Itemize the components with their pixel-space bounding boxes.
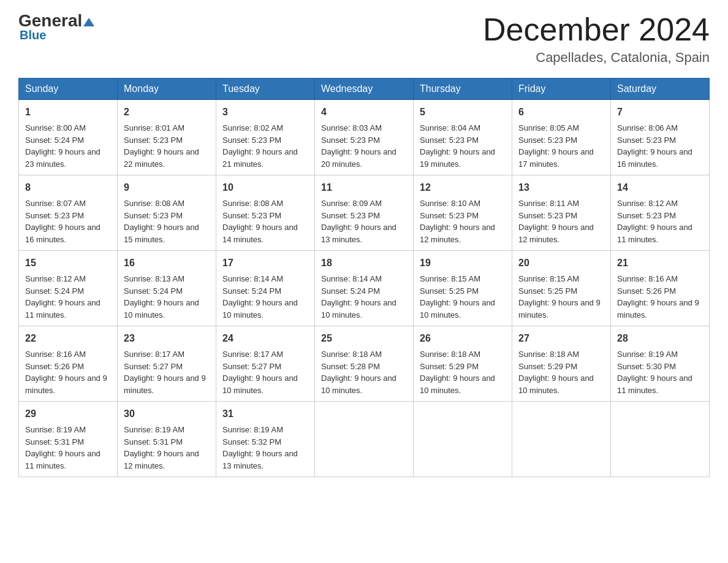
- day-number: 27: [518, 331, 604, 346]
- sunset-text: Sunset: 5:23 PM: [124, 211, 183, 220]
- sunset-text: Sunset: 5:28 PM: [321, 362, 380, 371]
- daylight-text: Daylight: 9 hours and 19 minutes.: [420, 147, 495, 169]
- sunset-text: Sunset: 5:24 PM: [222, 286, 281, 296]
- day-number: 25: [321, 331, 407, 346]
- daylight-text: Daylight: 9 hours and 16 minutes.: [25, 223, 100, 244]
- daylight-text: Daylight: 9 hours and 20 minutes.: [321, 147, 396, 169]
- daylight-text: Daylight: 9 hours and 10 minutes.: [222, 373, 298, 395]
- calendar-cell: 11Sunrise: 8:09 AMSunset: 5:23 PMDayligh…: [315, 175, 414, 251]
- sunrise-text: Sunrise: 8:08 AM: [222, 199, 283, 208]
- week-row-4: 22Sunrise: 8:16 AMSunset: 5:26 PMDayligh…: [19, 326, 710, 402]
- daylight-text: Daylight: 9 hours and 10 minutes.: [420, 373, 495, 395]
- calendar-cell: 25Sunrise: 8:18 AMSunset: 5:28 PMDayligh…: [315, 326, 414, 402]
- day-number: 9: [124, 180, 210, 195]
- daylight-text: Daylight: 9 hours and 13 minutes.: [222, 449, 298, 470]
- daylight-text: Daylight: 9 hours and 12 minutes.: [124, 449, 199, 470]
- calendar-cell: 7Sunrise: 8:06 AMSunset: 5:23 PMDaylight…: [611, 100, 710, 175]
- day-number: 16: [124, 256, 210, 270]
- sunset-text: Sunset: 5:29 PM: [518, 362, 577, 371]
- daylight-text: Daylight: 9 hours and 10 minutes.: [518, 373, 594, 395]
- day-number: 8: [25, 180, 111, 195]
- calendar-cell: 26Sunrise: 8:18 AMSunset: 5:29 PMDayligh…: [414, 326, 512, 402]
- sunset-text: Sunset: 5:27 PM: [222, 362, 281, 371]
- daylight-text: Daylight: 9 hours and 10 minutes.: [420, 298, 495, 320]
- sunrise-text: Sunrise: 8:18 AM: [420, 350, 480, 359]
- calendar-cell: 8Sunrise: 8:07 AMSunset: 5:23 PMDaylight…: [19, 175, 118, 251]
- week-row-2: 8Sunrise: 8:07 AMSunset: 5:23 PMDaylight…: [19, 175, 710, 251]
- calendar-cell: 14Sunrise: 8:12 AMSunset: 5:23 PMDayligh…: [611, 175, 710, 251]
- calendar-cell: 3Sunrise: 8:02 AMSunset: 5:23 PMDaylight…: [216, 100, 315, 175]
- calendar-cell: 17Sunrise: 8:14 AMSunset: 5:24 PMDayligh…: [216, 251, 315, 326]
- daylight-text: Daylight: 9 hours and 10 minutes.: [222, 298, 298, 320]
- daylight-text: Daylight: 9 hours and 9 minutes.: [124, 373, 206, 395]
- daylight-text: Daylight: 9 hours and 23 minutes.: [25, 147, 100, 169]
- daylight-text: Daylight: 9 hours and 10 minutes.: [321, 373, 396, 395]
- daylight-text: Daylight: 9 hours and 14 minutes.: [222, 223, 298, 244]
- day-number: 6: [518, 105, 604, 120]
- calendar-cell: [414, 402, 512, 477]
- daylight-text: Daylight: 9 hours and 9 minutes.: [25, 373, 107, 395]
- sunset-text: Sunset: 5:23 PM: [617, 211, 676, 220]
- calendar-cell: 9Sunrise: 8:08 AMSunset: 5:23 PMDaylight…: [118, 175, 216, 251]
- calendar-cell: 2Sunrise: 8:01 AMSunset: 5:23 PMDaylight…: [118, 100, 216, 175]
- sunset-text: Sunset: 5:27 PM: [124, 362, 183, 371]
- sunset-text: Sunset: 5:31 PM: [124, 437, 183, 446]
- calendar-cell: 27Sunrise: 8:18 AMSunset: 5:29 PMDayligh…: [512, 326, 611, 402]
- day-header-saturday: Saturday: [611, 79, 710, 100]
- calendar-cell: 13Sunrise: 8:11 AMSunset: 5:23 PMDayligh…: [512, 175, 611, 251]
- day-number: 23: [124, 331, 210, 346]
- sunrise-text: Sunrise: 8:18 AM: [518, 350, 579, 359]
- day-number: 15: [25, 256, 111, 270]
- day-header-row: SundayMondayTuesdayWednesdayThursdayFrid…: [19, 79, 710, 100]
- sunset-text: Sunset: 5:32 PM: [222, 437, 281, 446]
- calendar-cell: 12Sunrise: 8:10 AMSunset: 5:23 PMDayligh…: [414, 175, 512, 251]
- daylight-text: Daylight: 9 hours and 9 minutes.: [617, 298, 699, 320]
- sunset-text: Sunset: 5:23 PM: [420, 211, 479, 220]
- calendar-cell: 19Sunrise: 8:15 AMSunset: 5:25 PMDayligh…: [414, 251, 512, 326]
- sunrise-text: Sunrise: 8:19 AM: [617, 350, 678, 359]
- sunrise-text: Sunrise: 8:07 AM: [25, 199, 86, 208]
- daylight-text: Daylight: 9 hours and 12 minutes.: [518, 223, 594, 244]
- sunset-text: Sunset: 5:24 PM: [124, 286, 183, 296]
- daylight-text: Daylight: 9 hours and 15 minutes.: [124, 223, 199, 244]
- sunset-text: Sunset: 5:25 PM: [420, 286, 479, 296]
- day-number: 28: [617, 331, 703, 346]
- day-number: 24: [222, 331, 308, 346]
- sunset-text: Sunset: 5:23 PM: [222, 136, 281, 145]
- sunrise-text: Sunrise: 8:12 AM: [25, 274, 86, 283]
- sunset-text: Sunset: 5:23 PM: [321, 136, 380, 145]
- sunset-text: Sunset: 5:31 PM: [25, 437, 84, 446]
- daylight-text: Daylight: 9 hours and 11 minutes.: [617, 373, 692, 395]
- calendar-cell: [512, 402, 611, 477]
- sunrise-text: Sunrise: 8:00 AM: [25, 123, 86, 132]
- daylight-text: Daylight: 9 hours and 21 minutes.: [222, 147, 298, 169]
- day-number: 20: [518, 256, 604, 270]
- day-number: 4: [321, 105, 407, 120]
- sunrise-text: Sunrise: 8:08 AM: [124, 199, 184, 208]
- daylight-text: Daylight: 9 hours and 17 minutes.: [518, 147, 594, 169]
- day-number: 31: [222, 407, 308, 421]
- sunrise-text: Sunrise: 8:16 AM: [617, 274, 678, 283]
- calendar-cell: [611, 402, 710, 477]
- sunrise-text: Sunrise: 8:13 AM: [124, 274, 184, 283]
- day-header-monday: Monday: [118, 79, 216, 100]
- sunrise-text: Sunrise: 8:17 AM: [124, 350, 184, 359]
- calendar-cell: 4Sunrise: 8:03 AMSunset: 5:23 PMDaylight…: [315, 100, 414, 175]
- daylight-text: Daylight: 9 hours and 11 minutes.: [617, 223, 692, 244]
- sunrise-text: Sunrise: 8:10 AM: [420, 199, 480, 208]
- sunset-text: Sunset: 5:24 PM: [25, 286, 84, 296]
- sunset-text: Sunset: 5:26 PM: [25, 362, 84, 371]
- sunset-text: Sunset: 5:23 PM: [617, 136, 676, 145]
- calendar-cell: 29Sunrise: 8:19 AMSunset: 5:31 PMDayligh…: [19, 402, 118, 477]
- calendar-cell: 6Sunrise: 8:05 AMSunset: 5:23 PMDaylight…: [512, 100, 611, 175]
- sunrise-text: Sunrise: 8:05 AM: [518, 123, 579, 132]
- sunrise-text: Sunrise: 8:15 AM: [518, 274, 579, 283]
- sunrise-text: Sunrise: 8:01 AM: [124, 123, 184, 132]
- sunset-text: Sunset: 5:29 PM: [420, 362, 479, 371]
- sunrise-text: Sunrise: 8:14 AM: [321, 274, 382, 283]
- sunset-text: Sunset: 5:23 PM: [25, 211, 84, 220]
- calendar-cell: 22Sunrise: 8:16 AMSunset: 5:26 PMDayligh…: [19, 326, 118, 402]
- calendar-cell: 5Sunrise: 8:04 AMSunset: 5:23 PMDaylight…: [414, 100, 512, 175]
- month-title: December 2024: [483, 12, 710, 47]
- day-number: 13: [518, 180, 604, 195]
